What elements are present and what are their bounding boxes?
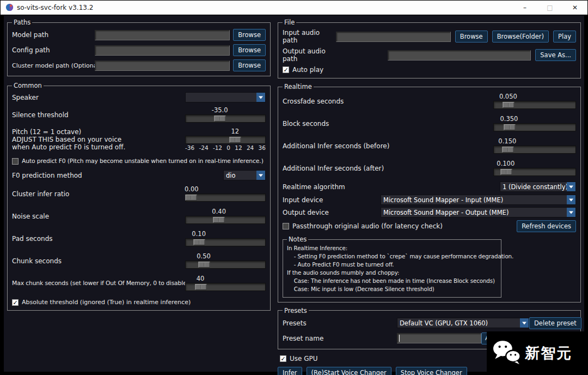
chevron-down-icon[interactable]	[520, 318, 529, 328]
window-controls: – □ ✕	[512, 1, 587, 14]
pitch-slider[interactable]: 12 -36 -24 -12 0 12 24 36	[185, 128, 266, 151]
notes-group: Notes In Realtime Inference: - Setting F…	[283, 235, 501, 298]
slider-track[interactable]	[493, 168, 576, 176]
speaker-select[interactable]	[185, 92, 266, 102]
output-audio-path-input[interactable]	[388, 50, 531, 61]
pitch-tick-label: 24	[247, 144, 254, 151]
maximize-button[interactable]: □	[537, 1, 562, 14]
pitch-tick-label: -36	[185, 144, 194, 151]
presets-select[interactable]: Default VC (GPU, GTX 1060)	[397, 318, 529, 328]
slider-track[interactable]	[185, 283, 266, 291]
absolute-threshold-checkbox[interactable]: Absolute threshold (ignored (True) in re…	[12, 299, 266, 306]
block-seconds-slider[interactable]: 0.350	[493, 116, 576, 131]
slider-track[interactable]	[185, 114, 266, 123]
use-gpu-label: Use GPU	[290, 355, 318, 362]
model-path-input[interactable]	[95, 30, 230, 40]
close-button[interactable]: ✕	[562, 1, 587, 14]
slider-thumb[interactable]	[214, 116, 225, 122]
slider-thumb[interactable]	[504, 124, 515, 130]
realtime-group-title: Realtime	[283, 83, 314, 90]
chevron-down-icon[interactable]	[567, 182, 575, 191]
stop-voice-changer-button[interactable]: Stop Voice Changer	[396, 367, 467, 375]
slider-thumb[interactable]	[195, 284, 206, 290]
model-path-browse-button[interactable]: Browse	[233, 29, 266, 41]
slider-thumb[interactable]	[500, 169, 512, 175]
title-bar: so-vits-svc-fork v3.13.2 – □ ✕	[1, 1, 587, 15]
checkbox-indicator	[283, 66, 289, 73]
crossfade-seconds-slider[interactable]: 0.050	[493, 93, 576, 109]
f0-prediction-method-select[interactable]: dio	[223, 170, 266, 180]
input-audio-path-input[interactable]	[336, 32, 451, 42]
auto-predict-f0-label: Auto predict F0 (Pitch may become unstab…	[22, 158, 264, 165]
config-path-browse-button[interactable]: Browse	[233, 44, 266, 56]
input-audio-path-label: Input audio path	[283, 29, 336, 44]
slider-track[interactable]	[493, 123, 576, 131]
slider-track[interactable]	[185, 261, 266, 269]
window-title: so-vits-svc-fork v3.13.2	[17, 4, 93, 11]
refresh-devices-button[interactable]: Refresh devices	[517, 220, 576, 232]
noise-scale-slider[interactable]: 0.40	[185, 208, 266, 224]
cluster-model-path-browse-button[interactable]: Browse	[233, 59, 266, 71]
preset-name-input[interactable]	[397, 333, 481, 343]
pitch-ticks: -36 -24 -12 0 12 24 36	[185, 144, 266, 151]
slider-thumb[interactable]	[186, 195, 197, 201]
additional-infer-after-value: 0.100	[497, 160, 514, 167]
auto-predict-f0-checkbox[interactable]: Auto predict F0 (Pitch may become unstab…	[12, 158, 266, 165]
slider-thumb[interactable]	[503, 102, 514, 108]
slider-thumb[interactable]	[213, 217, 225, 223]
paths-group-title: Paths	[12, 19, 32, 26]
slider-track[interactable]	[185, 238, 266, 246]
config-path-input[interactable]	[95, 45, 230, 56]
block-seconds-label: Block seconds	[283, 120, 493, 128]
chevron-down-icon[interactable]	[256, 171, 265, 180]
cluster-infer-ratio-slider[interactable]: 0.00	[185, 186, 266, 202]
delete-preset-button[interactable]: Delete preset	[529, 317, 581, 329]
input-audio-browse-button[interactable]: Browse	[455, 31, 488, 43]
watermark-brand: 新智元	[525, 343, 572, 363]
auto-play-checkbox[interactable]: Auto play	[283, 66, 576, 74]
preset-name-label: Preset name	[283, 335, 397, 342]
chevron-down-icon[interactable]	[567, 195, 575, 204]
cluster-model-path-input[interactable]	[95, 61, 230, 71]
presets-label: Presets	[283, 319, 397, 327]
input-device-select[interactable]: Microsoft Sound Mapper - Input (MME)	[381, 195, 576, 205]
slider-track[interactable]	[185, 136, 266, 144]
notes-text: In Realtime Inference: - Setting F0 pred…	[287, 244, 497, 293]
slider-thumb[interactable]	[198, 262, 210, 268]
realtime-algorithm-select[interactable]: 1 (Divide constantly)	[500, 182, 576, 192]
additional-infer-after-slider[interactable]: 0.100	[493, 160, 576, 176]
slider-track[interactable]	[493, 101, 576, 109]
slider-track[interactable]	[185, 193, 266, 202]
chevron-down-icon[interactable]	[567, 208, 575, 217]
max-chunk-seconds-slider[interactable]: 40	[185, 275, 266, 291]
chunk-seconds-slider[interactable]: 0.50	[185, 253, 266, 269]
input-audio-play-button[interactable]: Play	[553, 31, 576, 43]
realtime-algorithm-label: Realtime algorithm	[283, 183, 500, 191]
slider-track[interactable]	[493, 146, 576, 154]
slider-track[interactable]	[185, 216, 266, 224]
model-path-label: Model path	[12, 31, 95, 39]
input-audio-browse-folder-button[interactable]: Browse(Folder)	[492, 31, 549, 43]
common-group: Common Speaker Silence threshold -35.0 P…	[7, 82, 271, 311]
app-icon	[5, 3, 14, 11]
restart-voice-changer-button[interactable]: (Re)Start Voice Changer	[307, 367, 391, 375]
additional-infer-before-label: Additional Infer seconds (before)	[283, 142, 493, 150]
minimize-button[interactable]: –	[512, 1, 537, 14]
output-device-select[interactable]: Microsoft Sound Mapper - Output (MME)	[381, 207, 576, 217]
silence-threshold-slider[interactable]: -35.0	[185, 107, 266, 123]
realtime-algorithm-value: 1 (Divide constantly)	[500, 182, 567, 191]
output-audio-save-as-button[interactable]: Save As...	[535, 49, 576, 61]
slider-thumb[interactable]	[193, 239, 205, 245]
input-device-value: Microsoft Sound Mapper - Input (MME)	[381, 195, 567, 204]
wechat-icon	[491, 339, 522, 367]
infer-button[interactable]: Infer	[278, 367, 302, 375]
cluster-infer-ratio-label: Cluster infer ratio	[12, 190, 185, 198]
main-content: Paths Model path Browse Config path Brow…	[4, 15, 584, 372]
input-device-label: Input device	[283, 196, 381, 204]
passthrough-checkbox[interactable]: Passthrough original audio (for latency …	[283, 222, 443, 230]
additional-infer-before-slider[interactable]: 0.150	[493, 138, 576, 154]
pad-seconds-slider[interactable]: 0.10	[185, 231, 266, 246]
chevron-down-icon[interactable]	[256, 93, 265, 102]
slider-thumb[interactable]	[502, 147, 513, 153]
slider-thumb[interactable]	[229, 137, 241, 143]
